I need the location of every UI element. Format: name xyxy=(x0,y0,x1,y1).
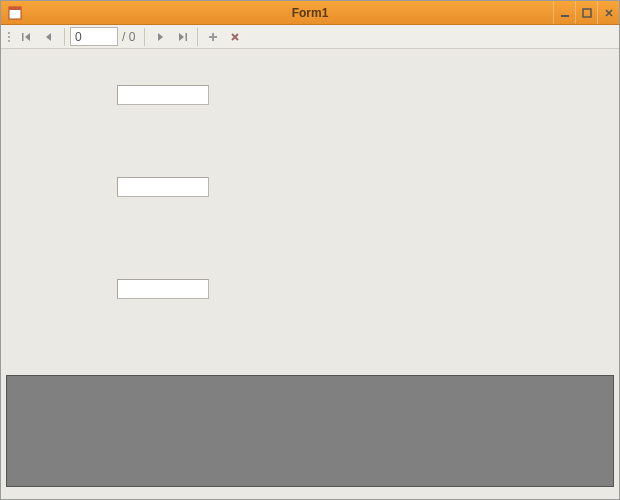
toolbar-separator xyxy=(197,28,198,46)
app-icon xyxy=(7,5,23,21)
toolbar-separator xyxy=(64,28,65,46)
toolbar-grip xyxy=(8,28,12,46)
window-controls xyxy=(553,1,619,24)
add-new-button[interactable] xyxy=(203,27,223,47)
svg-rect-3 xyxy=(583,9,591,17)
data-grid-panel[interactable] xyxy=(6,375,614,487)
move-last-button[interactable] xyxy=(172,27,192,47)
move-next-button[interactable] xyxy=(150,27,170,47)
text-field-1[interactable] xyxy=(117,85,209,105)
svg-rect-5 xyxy=(186,33,188,41)
window-title: Form1 xyxy=(1,6,619,20)
binding-navigator-toolbar: / 0 xyxy=(1,25,619,49)
text-field-2[interactable] xyxy=(117,177,209,197)
delete-button[interactable] xyxy=(225,27,245,47)
move-previous-button[interactable] xyxy=(39,27,59,47)
text-field-3[interactable] xyxy=(117,279,209,299)
title-bar: Form1 xyxy=(1,1,619,25)
svg-rect-2 xyxy=(561,15,569,17)
form-content xyxy=(1,49,619,499)
count-label: / 0 xyxy=(120,30,139,44)
position-input[interactable] xyxy=(70,27,118,46)
toolbar-separator xyxy=(144,28,145,46)
close-button[interactable] xyxy=(597,1,619,24)
svg-rect-1 xyxy=(9,7,21,10)
svg-rect-4 xyxy=(22,33,24,41)
minimize-button[interactable] xyxy=(553,1,575,24)
move-first-button[interactable] xyxy=(17,27,37,47)
window-frame: Form1 / 0 xyxy=(0,0,620,500)
maximize-button[interactable] xyxy=(575,1,597,24)
